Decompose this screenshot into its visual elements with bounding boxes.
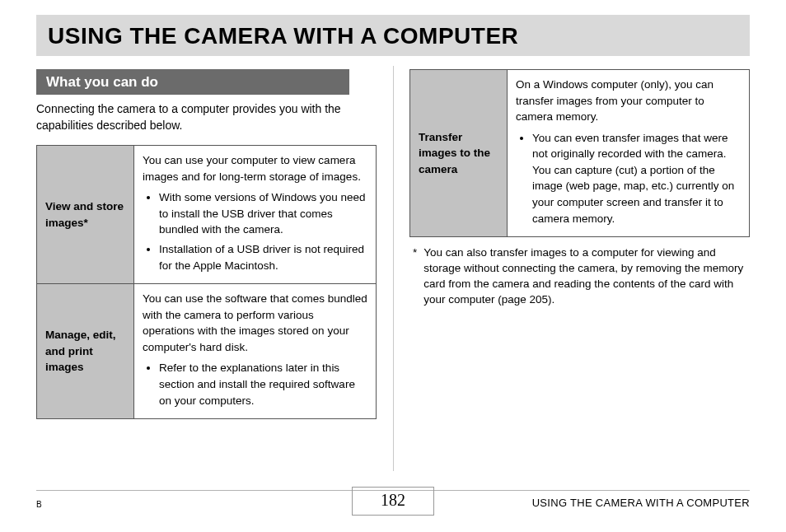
section-heading: What you can do bbox=[36, 69, 349, 95]
cell-label-transfer: Transfer images to the camera bbox=[410, 70, 508, 237]
page-title: USING THE CAMERA WITH A COMPUTER bbox=[48, 23, 738, 49]
list-item: Installation of a USB driver is not requ… bbox=[159, 241, 367, 273]
cell-intro-text: You can use the software that comes bund… bbox=[143, 292, 367, 353]
manual-page: USING THE CAMERA WITH A COMPUTER What yo… bbox=[0, 0, 786, 532]
page-number: 182 bbox=[352, 487, 434, 516]
left-column: What you can do Connecting the camera to… bbox=[36, 69, 377, 419]
table-row: Transfer images to the camera On a Windo… bbox=[410, 70, 750, 237]
list-item: You can even transfer images that were n… bbox=[532, 130, 741, 226]
cell-body-manage: You can use the software that comes bund… bbox=[134, 284, 377, 419]
table-row: View and store images* You can use your … bbox=[37, 146, 377, 284]
cell-label-manage: Manage, edit, and print images bbox=[37, 284, 134, 419]
right-column: Transfer images to the camera On a Windo… bbox=[409, 69, 750, 419]
footer-left-mark: B bbox=[36, 500, 42, 509]
cell-intro-text: On a Windows computer (only), you can tr… bbox=[516, 78, 713, 123]
page-footer: B 182 USING THE CAMERA WITH A COMPUTER bbox=[0, 488, 786, 520]
cell-intro-text: You can use your computer to view camera… bbox=[143, 154, 361, 183]
bullet-list: You can even transfer images that were n… bbox=[516, 130, 741, 226]
cell-body-view-store: You can use your computer to view camera… bbox=[134, 146, 377, 284]
bullet-list: Refer to the explanations later in this … bbox=[143, 360, 367, 408]
footnote: * You can also transfer images to a comp… bbox=[409, 245, 750, 308]
section-intro: Connecting the camera to a computer prov… bbox=[36, 101, 377, 133]
list-item: With some versions of Windows you need t… bbox=[159, 189, 367, 238]
page-title-band: USING THE CAMERA WITH A COMPUTER bbox=[36, 15, 750, 56]
list-item: Refer to the explanations later in this … bbox=[159, 360, 367, 408]
capabilities-table-left: View and store images* You can use your … bbox=[36, 145, 377, 419]
bullet-list: With some versions of Windows you need t… bbox=[143, 189, 367, 273]
table-row: Manage, edit, and print images You can u… bbox=[37, 284, 377, 419]
footnote-text: You can also transfer images to a comput… bbox=[423, 245, 746, 308]
column-divider bbox=[393, 66, 394, 471]
footnote-mark: * bbox=[413, 245, 417, 308]
cell-label-view-store: View and store images* bbox=[37, 146, 134, 284]
cell-body-transfer: On a Windows computer (only), you can tr… bbox=[508, 70, 750, 237]
footer-right-text: USING THE CAMERA WITH A COMPUTER bbox=[532, 497, 750, 509]
capabilities-table-right: Transfer images to the camera On a Windo… bbox=[409, 69, 750, 237]
